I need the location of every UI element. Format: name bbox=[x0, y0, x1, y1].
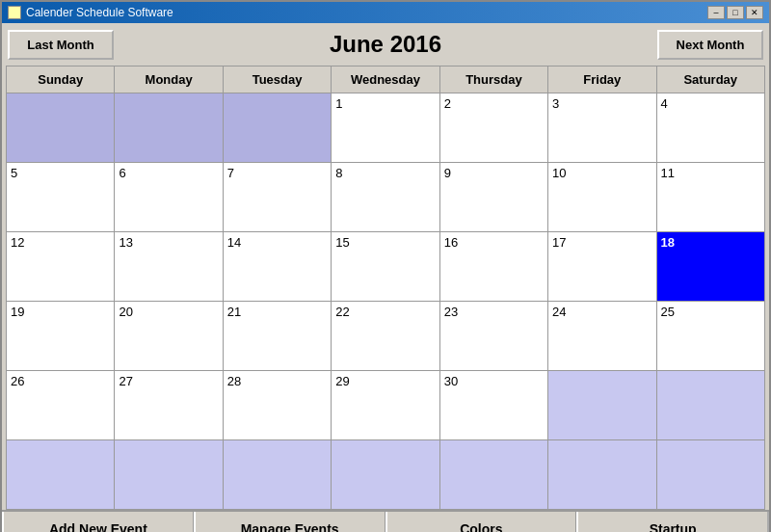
day-number: 11 bbox=[661, 166, 675, 180]
calendar-day-cell[interactable]: 14 bbox=[223, 232, 331, 302]
day-number: 7 bbox=[227, 166, 234, 180]
day-number: 27 bbox=[119, 374, 132, 388]
calendar-week-row bbox=[7, 440, 765, 510]
next-month-button[interactable]: Next Month bbox=[657, 30, 763, 60]
calendar-day-cell[interactable]: 2 bbox=[439, 93, 547, 163]
calendar-day-cell[interactable]: 30 bbox=[439, 371, 547, 440]
maximize-button[interactable]: □ bbox=[727, 6, 744, 19]
add-event-button[interactable]: Add New Event bbox=[2, 512, 194, 532]
calendar-week-row: 1234 bbox=[7, 93, 765, 163]
day-number: 20 bbox=[119, 305, 132, 319]
calendar-day-cell[interactable] bbox=[548, 440, 656, 510]
calendar-day-cell[interactable]: 9 bbox=[439, 163, 547, 232]
days-header-row: Sunday Monday Tuesday Wednesday Thursday… bbox=[7, 66, 765, 93]
month-title: June 2016 bbox=[114, 31, 657, 58]
day-number: 18 bbox=[661, 235, 675, 250]
calendar-day-cell[interactable]: 10 bbox=[548, 163, 656, 232]
calendar-day-cell[interactable]: 18 bbox=[656, 232, 764, 302]
day-number: 25 bbox=[661, 305, 675, 319]
header-wednesday: Wednesday bbox=[332, 66, 439, 93]
calendar-day-cell[interactable]: 16 bbox=[439, 232, 547, 302]
calendar-day-cell[interactable] bbox=[115, 93, 223, 163]
calendar-week-row: 12131415161718 bbox=[7, 232, 765, 302]
calendar-day-cell[interactable]: 23 bbox=[439, 302, 547, 371]
calendar-day-cell[interactable] bbox=[7, 440, 115, 510]
calendar-day-cell[interactable]: 15 bbox=[332, 232, 439, 302]
day-number: 14 bbox=[227, 235, 241, 250]
day-number: 12 bbox=[11, 235, 24, 250]
calendar-day-cell[interactable]: 6 bbox=[115, 163, 223, 232]
close-button[interactable]: ✕ bbox=[746, 6, 763, 19]
calendar-day-cell[interactable]: 25 bbox=[656, 302, 764, 371]
day-number: 23 bbox=[444, 305, 458, 319]
day-number: 17 bbox=[552, 235, 566, 250]
app-icon bbox=[8, 6, 21, 19]
calendar-day-cell[interactable]: 4 bbox=[656, 93, 764, 163]
toolbar: Last Month June 2016 Next Month bbox=[2, 23, 769, 66]
day-number: 21 bbox=[227, 305, 241, 319]
calendar-day-cell[interactable]: 12 bbox=[7, 232, 115, 302]
calendar-day-cell[interactable] bbox=[223, 93, 331, 163]
calendar-day-cell[interactable]: 28 bbox=[223, 371, 331, 440]
calendar-day-cell[interactable] bbox=[332, 440, 439, 510]
calendar-day-cell[interactable]: 24 bbox=[548, 302, 656, 371]
day-number: 6 bbox=[119, 166, 125, 180]
day-number: 29 bbox=[335, 374, 349, 388]
calendar-day-cell[interactable]: 22 bbox=[332, 302, 439, 371]
calendar-day-cell[interactable]: 19 bbox=[7, 302, 115, 371]
calendar-day-cell[interactable]: 29 bbox=[332, 371, 439, 440]
calendar-day-cell[interactable]: 1 bbox=[332, 93, 439, 163]
day-number: 4 bbox=[661, 96, 668, 111]
header-tuesday: Tuesday bbox=[223, 66, 331, 93]
bottom-toolbar: Add New Event Manage Events Colors Start… bbox=[2, 510, 769, 532]
main-window: Calender Schedule Software – □ ✕ Last Mo… bbox=[0, 0, 771, 532]
calendar-day-cell[interactable] bbox=[7, 93, 115, 163]
day-number: 16 bbox=[444, 235, 458, 250]
calendar-day-cell[interactable]: 3 bbox=[548, 93, 656, 163]
day-number: 22 bbox=[335, 305, 349, 319]
day-number: 26 bbox=[11, 374, 24, 388]
day-number: 15 bbox=[335, 235, 349, 250]
startup-button[interactable]: Startup bbox=[576, 512, 769, 532]
calendar-day-cell[interactable]: 7 bbox=[223, 163, 331, 232]
calendar-day-cell[interactable]: 5 bbox=[7, 163, 115, 232]
calendar-week-row: 2627282930 bbox=[7, 371, 765, 440]
title-bar-controls: – □ ✕ bbox=[707, 6, 763, 19]
day-number: 2 bbox=[444, 96, 451, 111]
day-number: 9 bbox=[444, 166, 451, 180]
calendar-day-cell[interactable]: 21 bbox=[223, 302, 331, 371]
minimize-button[interactable]: – bbox=[707, 6, 725, 19]
last-month-button[interactable]: Last Month bbox=[8, 30, 114, 60]
window-title: Calender Schedule Software bbox=[26, 6, 173, 19]
day-number: 30 bbox=[444, 374, 458, 388]
calendar-day-cell[interactable] bbox=[548, 371, 656, 440]
calendar-day-cell[interactable] bbox=[223, 440, 331, 510]
calendar-day-cell[interactable] bbox=[115, 440, 223, 510]
calendar-day-cell[interactable]: 26 bbox=[7, 371, 115, 440]
day-number: 1 bbox=[335, 96, 342, 111]
day-number: 24 bbox=[552, 305, 566, 319]
calendar-day-cell[interactable]: 11 bbox=[656, 163, 764, 232]
day-number: 10 bbox=[552, 166, 566, 180]
calendar-day-cell[interactable]: 20 bbox=[115, 302, 223, 371]
header-thursday: Thursday bbox=[439, 66, 547, 93]
calendar-day-cell[interactable] bbox=[656, 371, 764, 440]
day-number: 3 bbox=[552, 96, 559, 111]
calendar-week-row: 567891011 bbox=[7, 163, 765, 232]
calendar-day-cell[interactable]: 13 bbox=[115, 232, 223, 302]
day-number: 13 bbox=[119, 235, 132, 250]
calendar-day-cell[interactable]: 8 bbox=[332, 163, 439, 232]
colors-button[interactable]: Colors bbox=[386, 512, 577, 532]
calendar-day-cell[interactable]: 17 bbox=[548, 232, 656, 302]
day-number: 28 bbox=[227, 374, 241, 388]
calendar-day-cell[interactable] bbox=[656, 440, 764, 510]
calendar-area: Sunday Monday Tuesday Wednesday Thursday… bbox=[2, 66, 769, 510]
calendar-day-cell[interactable] bbox=[439, 440, 547, 510]
calendar-day-cell[interactable]: 27 bbox=[115, 371, 223, 440]
title-bar-left: Calender Schedule Software bbox=[8, 6, 173, 19]
manage-events-button[interactable]: Manage Events bbox=[194, 512, 386, 532]
header-sunday: Sunday bbox=[7, 66, 115, 93]
calendar-week-row: 19202122232425 bbox=[7, 302, 765, 371]
calendar-grid: Sunday Monday Tuesday Wednesday Thursday… bbox=[6, 66, 765, 510]
header-saturday: Saturday bbox=[656, 66, 764, 93]
